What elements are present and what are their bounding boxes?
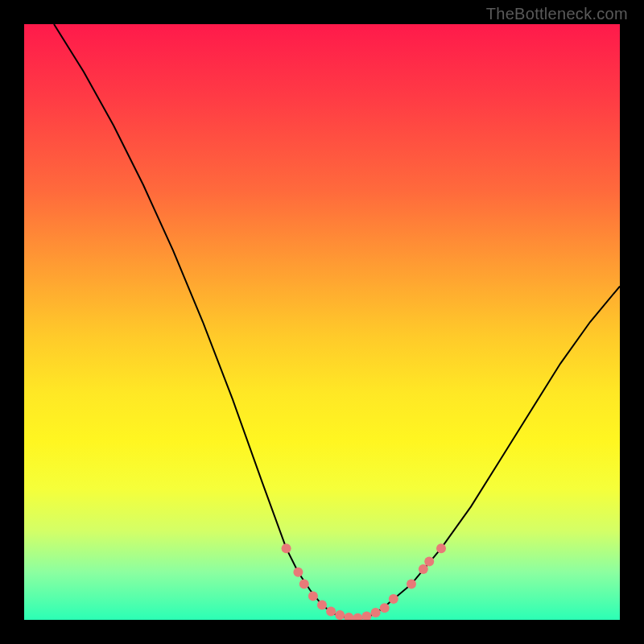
watermark-text: TheBottleneck.com	[486, 5, 628, 23]
data-marker	[299, 580, 309, 589]
chart-curve	[54, 24, 620, 619]
plot-area	[24, 24, 620, 620]
data-marker	[326, 607, 336, 617]
data-marker	[407, 580, 416, 589]
data-marker	[436, 543, 446, 553]
chart-markers	[282, 543, 446, 620]
data-marker	[424, 557, 434, 567]
data-marker	[380, 603, 390, 613]
data-marker	[308, 591, 318, 601]
data-marker	[317, 601, 327, 610]
data-marker	[282, 543, 291, 553]
data-marker	[335, 610, 345, 620]
data-marker	[371, 608, 381, 617]
data-marker	[353, 613, 362, 620]
data-marker	[362, 612, 372, 620]
chart-svg	[24, 24, 620, 620]
data-marker	[389, 594, 398, 604]
chart-frame: TheBottleneck.com	[0, 0, 644, 644]
data-marker	[293, 568, 303, 577]
data-marker	[419, 564, 428, 574]
data-marker	[344, 613, 353, 620]
